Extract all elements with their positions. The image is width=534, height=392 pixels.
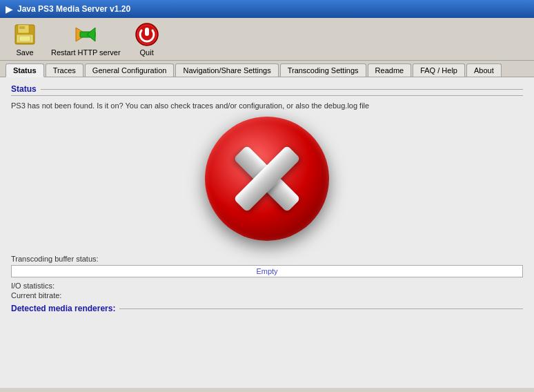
- svg-rect-4: [19, 36, 30, 41]
- quit-label: Quit: [140, 48, 154, 57]
- toolbar: Save Restart HTTP server Quit: [0, 18, 534, 61]
- tab-faq[interactable]: FAQ / Help: [413, 63, 465, 77]
- save-icon: [12, 22, 37, 47]
- x-mark-icon: [233, 144, 301, 213]
- detected-renderers-line: [119, 308, 523, 309]
- status-section-title: Status: [11, 84, 523, 96]
- tab-status[interactable]: Status: [6, 63, 44, 77]
- title-bar: ▶ Java PS3 Media Server v1.20: [0, 0, 534, 18]
- quit-icon: [135, 22, 159, 47]
- error-icon-container: [11, 117, 523, 241]
- tabs-bar: Status Traces General Configuration Navi…: [0, 61, 534, 77]
- transcoding-buffer-value: Empty: [256, 267, 277, 275]
- tab-general-config[interactable]: General Configuration: [85, 63, 175, 77]
- restart-icon: [73, 22, 98, 47]
- main-content: Status PS3 has not been found. Is it on?…: [0, 77, 534, 388]
- detected-renderers-label: Detected media renderers:: [11, 304, 115, 313]
- io-stats-label: I/O statistics:: [11, 282, 523, 290]
- app-title: Java PS3 Media Server v1.20: [17, 4, 130, 14]
- transcoding-section: Transcoding buffer status: Empty I/O sta…: [11, 255, 523, 313]
- detected-renderers: Detected media renderers:: [11, 304, 523, 313]
- tab-readme[interactable]: Readme: [368, 63, 412, 77]
- save-button[interactable]: Save: [7, 21, 43, 58]
- transcoding-buffer-bar: Empty: [11, 265, 523, 277]
- restart-button[interactable]: Restart HTTP server: [46, 21, 126, 58]
- tab-traces[interactable]: Traces: [46, 63, 83, 77]
- transcoding-buffer-label: Transcoding buffer status:: [11, 255, 523, 263]
- tab-about[interactable]: About: [466, 63, 502, 77]
- app-icon: ▶: [6, 3, 13, 14]
- current-bitrate-label: Current bitrate:: [11, 291, 523, 300]
- restart-label: Restart HTTP server: [51, 48, 121, 57]
- quit-button[interactable]: Quit: [129, 21, 165, 58]
- tab-transcoding[interactable]: Transcoding Settings: [280, 63, 366, 77]
- svg-rect-10: [145, 28, 149, 36]
- save-label: Save: [16, 48, 33, 57]
- status-message: PS3 has not been found. Is it on? You ca…: [11, 101, 523, 110]
- tab-nav-share[interactable]: Navigation/Share Settings: [175, 63, 278, 77]
- svg-marker-7: [87, 28, 95, 41]
- error-circle: [205, 117, 329, 241]
- svg-rect-2: [19, 26, 25, 29]
